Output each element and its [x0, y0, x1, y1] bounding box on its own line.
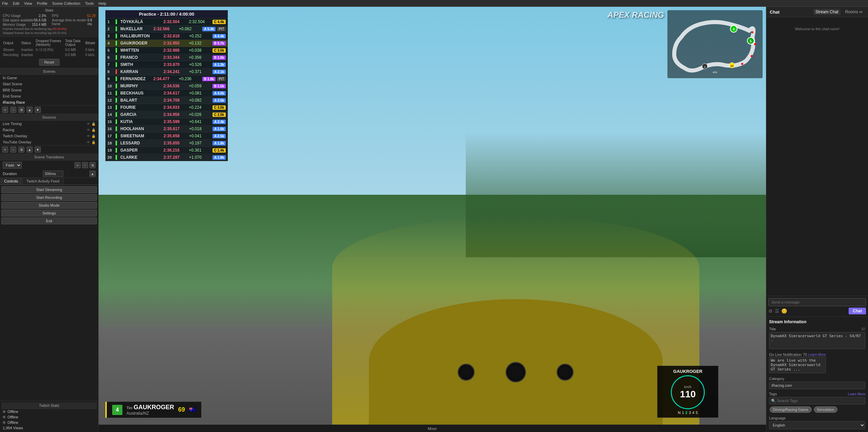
language-select[interactable]: English [769, 421, 865, 429]
speed-circle: km/h 110 [671, 375, 705, 409]
tab-stream-chat[interactable]: Stream Chat [813, 9, 840, 15]
practice-header: Practice - 2:11:00 / 4:00:00 [105, 10, 228, 18]
source-add-btn[interactable]: + [2, 146, 8, 153]
fps-label: FPS [52, 14, 58, 18]
chat-tools: ⚙ ☰ 😊 Chat [768, 308, 866, 314]
source-racing[interactable]: Racing 👁🔒 [0, 127, 98, 133]
scene-remove-btn[interactable]: − [10, 107, 16, 113]
duration-input[interactable] [43, 171, 63, 177]
exit-btn[interactable]: Exit [1, 218, 97, 224]
menu-edit[interactable]: Edit [13, 1, 19, 5]
svg-text:17: 17 [731, 65, 734, 68]
reset-button[interactable]: Reset [39, 59, 59, 66]
start-streaming-btn[interactable]: Start Streaming [1, 186, 97, 193]
driver-country: Australia/NZ [126, 411, 174, 416]
tab-controls[interactable]: Controls [0, 178, 22, 185]
stat-item-2: Offline [1, 414, 97, 420]
lock-icon-2: 🔒 [91, 128, 96, 132]
recording-output: Recording [2, 53, 20, 57]
lb-row: 1 TÖYKKÄLÄ 2:32.504 2:32.504 C 4.4k [105, 18, 228, 25]
driver-info-bar: 4 Tim GAUKROGER Australia/NZ 69 🇦🇺 [105, 402, 201, 418]
scene-up-btn[interactable]: ▲ [27, 107, 33, 113]
tag-chip-2[interactable]: Simulation [814, 407, 837, 413]
transitions-header: Scene Transitions [0, 154, 98, 160]
stream-data: 0.0 MB [64, 48, 84, 52]
speed-value: 110 [680, 389, 696, 400]
tags-search-wrap: 🔍 [769, 397, 865, 404]
menu-view[interactable]: View [24, 1, 32, 5]
source-youtube-overlay[interactable]: YouTube Overlay 👁🔒 [0, 139, 98, 145]
sources-header: Sources [0, 114, 98, 121]
go-live-row: Go Live Notification 70 Learn More We ar… [769, 352, 865, 374]
go-live-learn-more[interactable]: Learn More [809, 353, 826, 357]
driver-lastname: GAUKROGER [134, 404, 174, 411]
tags-learn-more[interactable]: Learn More [848, 392, 865, 396]
chat-send-button[interactable]: Chat [849, 308, 866, 314]
search-icon: 🔍 [771, 399, 776, 403]
go-live-textarea[interactable]: We are live with the DynamXX Simracerswo… [769, 357, 826, 373]
transition-add-btn[interactable]: + [74, 162, 81, 168]
svg-point-12 [741, 63, 743, 65]
output-section: Output Status Dropped Frames (Network) T… [0, 37, 98, 68]
scene-end[interactable]: End Scene [0, 93, 98, 99]
mixer-label: Mixer [428, 427, 437, 431]
menu-help[interactable]: Help [99, 1, 106, 5]
stat-item-1: Offline [1, 409, 97, 414]
avg-time-label: Average time to render frame [52, 18, 87, 26]
recording-dropped [35, 53, 63, 57]
menu-scene-collection[interactable]: Scene Collection [52, 1, 81, 5]
scene-settings-btn[interactable]: ⚙ [18, 107, 24, 113]
tag-chip-1[interactable]: Driving/Racing Game [770, 407, 812, 413]
tags-search-input[interactable] [769, 397, 865, 404]
stream-info-header: Stream Information [769, 319, 865, 324]
menu-file[interactable]: File [2, 1, 8, 5]
source-down-btn[interactable]: ▼ [35, 146, 41, 153]
tab-rooms[interactable]: Rooms ⇔ [843, 9, 865, 15]
chat-header: Chat Stream Chat Rooms ⇔ [766, 7, 868, 17]
go-live-char-count: 70 [803, 352, 807, 357]
category-label: Category [769, 377, 865, 381]
controls-section: Controls Twitch Activity Feed Start Stre… [0, 178, 98, 401]
stream-output: Stream [2, 48, 20, 52]
source-remove-btn[interactable]: − [10, 146, 16, 153]
source-settings-btn[interactable]: ⚙ [18, 146, 24, 153]
transition-remove-btn[interactable]: − [82, 162, 88, 168]
emoji-icon[interactable]: 😊 [781, 308, 787, 314]
studio-mode-btn[interactable]: Studio Mode [1, 202, 97, 209]
scene-in-game[interactable]: In Game [0, 75, 98, 81]
mixer-bar: Mixer [99, 425, 766, 432]
source-up-btn[interactable]: ▲ [27, 146, 33, 153]
chat-input[interactable] [768, 298, 866, 306]
menu-profile[interactable]: Profile [37, 1, 47, 5]
stats-header: Stats [1, 8, 97, 12]
eye-icon: 👁 [87, 122, 90, 126]
tab-twitch-activity[interactable]: Twitch Activity Feed [22, 178, 64, 185]
eye-icon-3: 👁 [87, 134, 90, 138]
source-twitch-overlay[interactable]: Twitch Overlay 👁🔒 [0, 133, 98, 139]
scene-br8[interactable]: BR8 Scene [0, 87, 98, 93]
transition-type-select[interactable]: Fade [3, 162, 22, 169]
scene-start[interactable]: Start Scene [0, 81, 98, 87]
title-textarea[interactable]: DynamXX Simracersworld GT Series - S4/R7… [769, 332, 865, 349]
driver-flag: 🇦🇺 [189, 407, 196, 413]
start-recording-btn[interactable]: Start Recording [1, 194, 97, 201]
leaderboard: Practice - 2:11:00 / 4:00:00 1 TÖYKKÄLÄ … [105, 10, 228, 161]
scenes-toolbar: + − ⚙ ▲ ▼ [0, 105, 98, 114]
settings-btn[interactable]: Settings [1, 210, 97, 217]
category-input[interactable] [769, 382, 865, 389]
svg-point-11 [751, 55, 753, 57]
lb-row: 6 FRANCO 2:33.344 +0.356 B 1.8k [105, 54, 228, 61]
disk-label: Disk space available [3, 18, 34, 22]
chat-title: Chat [770, 10, 780, 15]
list-icon[interactable]: ☰ [775, 308, 779, 314]
lb-row: 3 HALLIBURTON 2:32.818 +0.252 A 4.4k [105, 33, 228, 40]
menu-tools[interactable]: Tools [85, 1, 94, 5]
scene-add-btn[interactable]: + [2, 107, 8, 113]
scene-iracing[interactable]: iRacing Race [0, 99, 98, 105]
source-live-timing[interactable]: Live Timing 👁🔒 [0, 121, 98, 127]
scene-down-btn[interactable]: ▼ [35, 107, 41, 113]
transition-config-btn[interactable]: ⚙ [89, 162, 96, 168]
lb-row: 17 SWEETNAM 2:35.658 +0.041 A 2.5k [105, 133, 228, 140]
duration-spin-up[interactable]: ▲ [89, 171, 96, 177]
settings-icon[interactable]: ⚙ [768, 308, 773, 314]
